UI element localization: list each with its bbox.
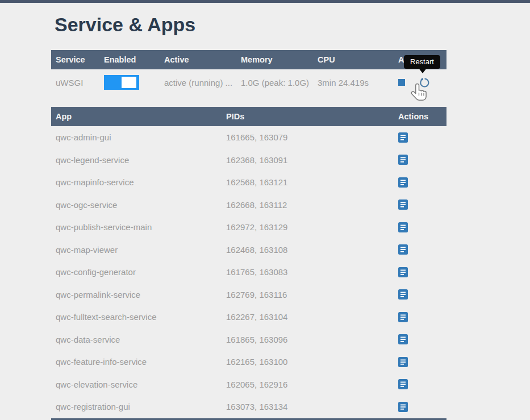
pids-value: 162568, 163121 bbox=[226, 177, 394, 187]
app-actions-cell bbox=[394, 177, 446, 188]
col-header-enabled: Enabled bbox=[104, 55, 164, 64]
app-name: qwc-ogc-service bbox=[51, 200, 226, 210]
logs-icon[interactable] bbox=[398, 312, 408, 322]
table-row: qwc-legend-service 162368, 163091 bbox=[51, 149, 446, 172]
top-accent-bar bbox=[0, 0, 530, 3]
cpu-value: 3min 24.419s bbox=[318, 78, 394, 88]
app-actions-cell bbox=[394, 199, 446, 210]
pids-value: 162668, 163112 bbox=[226, 200, 394, 210]
app-actions-cell bbox=[394, 289, 446, 300]
pids-value: 161765, 163083 bbox=[226, 267, 394, 277]
table-row: qwc-fulltext-search-service 162267, 1631… bbox=[51, 306, 446, 328]
table-row: qwc-data-service 161865, 163096 bbox=[51, 328, 446, 351]
logs-icon[interactable] bbox=[398, 267, 408, 277]
app-actions-cell bbox=[394, 267, 446, 277]
app-name: qwc-config-generator bbox=[51, 267, 226, 277]
table-row: qwc-ogc-service 162668, 163112 bbox=[51, 194, 446, 217]
content-area: Service Enabled Active Memory CPU Action… bbox=[51, 50, 446, 420]
col-header-cpu: CPU bbox=[318, 55, 394, 64]
pids-value: 162165, 163100 bbox=[226, 357, 394, 367]
tooltip-restart: Restart bbox=[404, 55, 440, 69]
app-name: qwc-registration-gui bbox=[51, 402, 226, 411]
app-actions-cell bbox=[394, 357, 446, 367]
app-name: qwc-publish-service-main bbox=[51, 222, 226, 232]
app-actions-cell bbox=[394, 222, 446, 232]
col-header-active: Active bbox=[164, 55, 241, 64]
table-row: qwc-permalink-service 162769, 163116 bbox=[51, 284, 446, 306]
app-actions-cell bbox=[394, 379, 446, 389]
app-table-header: App PIDs Actions bbox=[51, 107, 446, 126]
logs-icon[interactable] bbox=[398, 132, 408, 143]
app-table-body: qwc-admin-gui 161665, 163079 qwc-legend-… bbox=[51, 126, 446, 418]
col-header-service: Service bbox=[51, 55, 104, 64]
col-header-pids: PIDs bbox=[226, 112, 394, 121]
app-name: qwc-map-viewer bbox=[51, 245, 226, 255]
logs-icon[interactable] bbox=[398, 379, 408, 389]
page-title: Service & Apps bbox=[55, 13, 530, 36]
next-table-header-partial bbox=[51, 418, 446, 420]
stop-icon[interactable] bbox=[398, 79, 405, 86]
pids-value: 162368, 163091 bbox=[226, 155, 394, 165]
logs-icon[interactable] bbox=[398, 357, 408, 367]
service-name: uWSGI bbox=[51, 78, 104, 88]
service-row-uwsgi: uWSGI active (running) ... 1.0G (peak: 1… bbox=[51, 69, 446, 95]
logs-icon[interactable] bbox=[398, 402, 408, 412]
app-name: qwc-mapinfo-service bbox=[51, 177, 226, 187]
app-actions-cell bbox=[394, 312, 446, 322]
pids-value: 162769, 163116 bbox=[226, 290, 394, 300]
pids-value: 162972, 163129 bbox=[226, 222, 394, 232]
logs-icon[interactable] bbox=[398, 244, 408, 255]
app-name: qwc-data-service bbox=[51, 335, 226, 344]
logs-icon[interactable] bbox=[398, 177, 408, 188]
pids-value: 161665, 163079 bbox=[226, 132, 394, 142]
col-header-app-actions: Actions bbox=[394, 112, 446, 121]
app-table: App PIDs Actions qwc-admin-gui 161665, 1… bbox=[51, 107, 446, 420]
memory-value: 1.0G (peak: 1.0G) bbox=[241, 78, 318, 88]
pids-value: 162065, 162916 bbox=[226, 380, 394, 389]
cursor-pointer bbox=[411, 82, 428, 105]
app-actions-cell bbox=[394, 334, 446, 344]
table-row: qwc-elevation-service 162065, 162916 bbox=[51, 373, 446, 396]
app-actions-cell bbox=[394, 155, 446, 165]
app-name: qwc-permalink-service bbox=[51, 290, 226, 300]
app-actions-cell bbox=[394, 244, 446, 255]
logs-icon[interactable] bbox=[398, 199, 408, 210]
toggle-knob bbox=[122, 77, 136, 88]
table-row: qwc-mapinfo-service 162568, 163121 bbox=[51, 171, 446, 194]
active-status: active (running) ... bbox=[164, 78, 241, 88]
table-row: qwc-publish-service-main 162972, 163129 bbox=[51, 216, 446, 239]
table-row: qwc-feature-info-service 162165, 163100 bbox=[51, 351, 446, 373]
logs-icon[interactable] bbox=[398, 334, 408, 344]
app-name: qwc-fulltext-search-service bbox=[51, 312, 226, 322]
table-row: qwc-config-generator 161765, 163083 bbox=[51, 261, 446, 284]
pids-value: 161865, 163096 bbox=[226, 335, 394, 344]
service-table-header: Service Enabled Active Memory CPU Action… bbox=[51, 50, 446, 69]
logs-icon[interactable] bbox=[398, 222, 408, 232]
pids-value: 162468, 163108 bbox=[226, 245, 394, 255]
app-name: qwc-elevation-service bbox=[51, 380, 226, 389]
table-row: qwc-registration-gui 163073, 163134 bbox=[51, 396, 446, 418]
app-actions-cell bbox=[394, 132, 446, 143]
col-header-app: App bbox=[51, 112, 226, 121]
app-name: qwc-feature-info-service bbox=[51, 357, 226, 367]
app-actions-cell bbox=[394, 402, 446, 412]
app-name: qwc-admin-gui bbox=[51, 132, 226, 142]
enabled-toggle[interactable] bbox=[104, 75, 139, 90]
tooltip-arrow bbox=[419, 68, 427, 73]
table-row: qwc-admin-gui 161665, 163079 bbox=[51, 126, 446, 149]
table-row: qwc-map-viewer 162468, 163108 bbox=[51, 239, 446, 261]
col-header-memory: Memory bbox=[241, 55, 318, 64]
logs-icon[interactable] bbox=[398, 289, 408, 300]
app-name: qwc-legend-service bbox=[51, 155, 226, 165]
pids-value: 162267, 163104 bbox=[226, 312, 394, 322]
service-table: Service Enabled Active Memory CPU Action… bbox=[51, 50, 446, 95]
pids-value: 163073, 163134 bbox=[226, 402, 394, 411]
enabled-cell bbox=[104, 75, 164, 90]
logs-icon[interactable] bbox=[398, 155, 408, 165]
